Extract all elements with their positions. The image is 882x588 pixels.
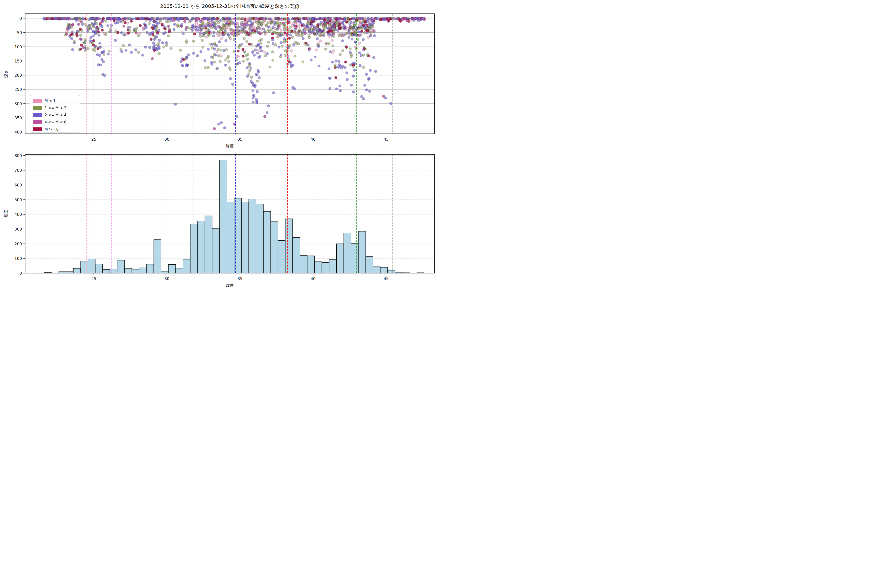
legend-label: 4 <= M < 6 (45, 120, 66, 124)
scatter-point (228, 67, 231, 69)
scatter-point (99, 54, 101, 57)
scatter-point (324, 24, 327, 27)
scatter-point (299, 21, 302, 24)
scatter-point (328, 68, 330, 70)
scatter-point (243, 23, 246, 26)
scatter-point (140, 17, 142, 20)
scatter-point (344, 66, 346, 69)
scatter-point (218, 123, 220, 126)
scatter-point (350, 27, 353, 29)
scatter-point (229, 77, 232, 80)
scatter-point (352, 27, 355, 29)
scatter-point (139, 32, 141, 35)
scatter-point (84, 38, 87, 40)
scatter-point (283, 40, 286, 44)
scatter-point (104, 33, 107, 36)
scatter-point (308, 49, 310, 51)
scatter-point (339, 53, 342, 56)
scatter-point (179, 49, 182, 52)
scatter-point (338, 63, 341, 66)
scatter-point (290, 50, 293, 52)
scatter-point (225, 39, 227, 42)
hist-bar (124, 268, 132, 273)
scatter-point (80, 48, 82, 51)
scatter-point (80, 21, 82, 24)
scatter-point (99, 22, 102, 25)
scatter-point (332, 45, 334, 47)
scatter-point (334, 76, 338, 79)
scatter-point (256, 90, 259, 93)
tick-label: 400 (15, 212, 22, 217)
scatter-point (207, 24, 210, 27)
scatter-point (272, 92, 275, 94)
scatter-point (348, 36, 350, 39)
scatter-point (199, 35, 202, 38)
scatter-point (352, 75, 355, 78)
scatter-point (398, 18, 400, 21)
scatter-point (60, 17, 62, 20)
scatter-point (258, 49, 260, 52)
scatter-point (114, 17, 117, 20)
scatter-point (327, 31, 329, 34)
scatter-point (276, 32, 279, 34)
scatter-point (310, 31, 314, 34)
scatter-point (284, 49, 286, 52)
scatter-point (224, 32, 227, 34)
scatter-point (413, 17, 416, 20)
hist-bar (285, 219, 293, 273)
scatter-point (108, 50, 111, 52)
scatter-point (339, 84, 341, 87)
scatter-point (76, 34, 78, 37)
scatter-point (114, 39, 117, 42)
scatter-point (70, 38, 73, 40)
scatter-point (264, 54, 267, 57)
hist-bar (234, 198, 242, 273)
scatter-point (145, 27, 147, 29)
scatter-point (319, 40, 322, 42)
scatter-point (335, 88, 338, 90)
scatter-point (255, 101, 258, 104)
scatter-point (225, 48, 228, 51)
scatter-point (276, 36, 279, 39)
scatter-point (244, 18, 246, 21)
scatter-point (232, 28, 235, 32)
earthquake-charts-svg: 2530354045050100150200250300350400緯度深さM … (0, 0, 441, 294)
scatter-point (285, 21, 288, 24)
scatter-point (71, 18, 74, 20)
scatter-point (80, 44, 83, 46)
scatter-point (218, 54, 220, 57)
scatter-point (297, 30, 300, 33)
hist-bar (307, 256, 315, 273)
hist-bar (271, 222, 278, 273)
y-axis-label: 深さ (4, 70, 8, 78)
scatter-point (338, 23, 341, 26)
scatter-point (363, 46, 365, 48)
scatter-point (301, 32, 303, 35)
scatter-point (81, 29, 83, 32)
tick-label: 150 (15, 59, 22, 63)
scatter-point (238, 62, 241, 64)
scatter-point (272, 59, 274, 62)
x-axis-label: 緯度 (226, 144, 234, 148)
scatter-point (342, 34, 345, 37)
scatter-point (162, 33, 165, 35)
scatter-point (200, 18, 202, 21)
scatter-point (181, 17, 183, 20)
scatter-point (354, 32, 356, 34)
scatter-point (197, 18, 200, 21)
legend-swatch (33, 120, 42, 124)
scatter-point (113, 20, 116, 22)
scatter-point (207, 48, 210, 51)
scatter-point (359, 31, 362, 33)
scatter-point (97, 27, 99, 29)
scatter-point (267, 40, 270, 44)
tick-label: 0 (20, 16, 22, 21)
scatter-point (161, 23, 164, 26)
scatter-point (349, 33, 352, 36)
scatter-point (263, 30, 266, 33)
scatter-point (272, 26, 274, 29)
scatter-point (158, 39, 161, 42)
scatter-point (116, 20, 119, 22)
scatter-point (202, 46, 204, 48)
scatter-point (251, 24, 254, 27)
